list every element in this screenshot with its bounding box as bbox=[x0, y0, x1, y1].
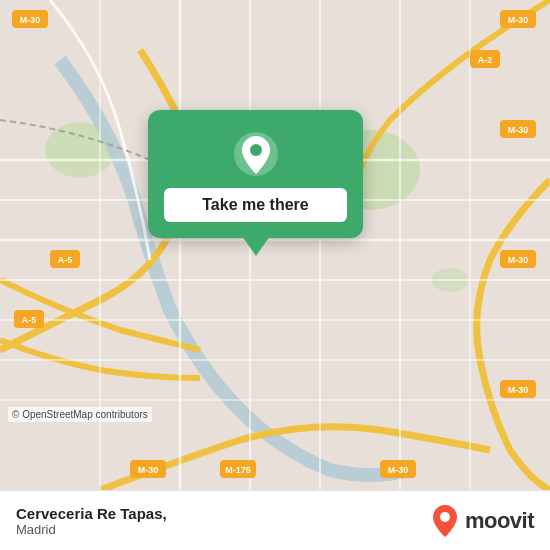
osm-attribution: © OpenStreetMap contributors bbox=[8, 407, 152, 422]
place-info: Cerveceria Re Tapas, Madrid bbox=[16, 505, 167, 537]
svg-text:M-175: M-175 bbox=[225, 465, 251, 475]
moovit-logo: moovit bbox=[431, 504, 534, 538]
svg-text:M-30: M-30 bbox=[508, 125, 529, 135]
svg-text:M-30: M-30 bbox=[138, 465, 159, 475]
tooltip-card: Take me there bbox=[148, 110, 363, 238]
place-city: Madrid bbox=[16, 522, 167, 537]
svg-text:M-30: M-30 bbox=[508, 15, 529, 25]
svg-point-42 bbox=[440, 512, 450, 522]
svg-text:M-30: M-30 bbox=[388, 465, 409, 475]
moovit-pin-icon bbox=[431, 504, 459, 538]
svg-text:M-30: M-30 bbox=[508, 255, 529, 265]
svg-text:A-5: A-5 bbox=[58, 255, 73, 265]
location-pin-icon bbox=[232, 130, 280, 178]
svg-point-41 bbox=[250, 144, 262, 156]
svg-text:M-30: M-30 bbox=[508, 385, 529, 395]
info-bar: Cerveceria Re Tapas, Madrid moovit bbox=[0, 490, 550, 550]
map-container: M-30 M-30 M-30 M-30 M-30 M-30 M-175 M-30… bbox=[0, 0, 550, 490]
svg-text:A-5: A-5 bbox=[22, 315, 37, 325]
place-name: Cerveceria Re Tapas, bbox=[16, 505, 167, 522]
svg-text:M-30: M-30 bbox=[20, 15, 41, 25]
moovit-text: moovit bbox=[465, 508, 534, 534]
svg-text:A-2: A-2 bbox=[478, 55, 493, 65]
take-me-there-button[interactable]: Take me there bbox=[164, 188, 347, 222]
